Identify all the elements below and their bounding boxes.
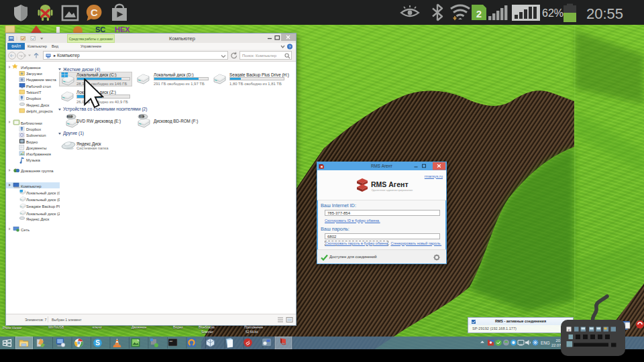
svg-text:delphi_projects: delphi_projects (26, 109, 53, 113)
svg-text:Избранное: Избранное (21, 66, 42, 70)
svg-text:Документы: Документы (26, 146, 46, 150)
svg-text:BD: BD (140, 115, 143, 118)
svg-text:Рабочий стол: Рабочий стол (26, 84, 52, 88)
svg-text:Компьютер: Компьютер (21, 184, 42, 188)
svg-text:Яндекс.Диск: Яндекс.Диск (26, 217, 50, 221)
svg-text:S: S (95, 339, 100, 347)
svg-text:C: C (91, 7, 98, 18)
svg-text:Видео: Видео (26, 140, 38, 144)
svg-text:Яндекс.Диск: Яндекс.Диск (26, 103, 50, 107)
svg-text:Домашняя группа: Домашняя группа (21, 169, 54, 173)
svg-text:Загрузки: Загрузки (26, 72, 42, 76)
svg-text:Локальный диск (D: Локальный диск (D (26, 198, 60, 202)
svg-text:Dropbox: Dropbox (26, 127, 41, 131)
svg-text:DVD: DVD (68, 115, 72, 118)
svg-text:Dropbox: Dropbox (26, 97, 41, 101)
svg-text:Недавние места: Недавние места (26, 78, 57, 82)
svg-text:20:55: 20:55 (586, 5, 623, 22)
svg-text:SC: SC (95, 25, 105, 33)
svg-text:Локальный диск (C: Локальный диск (C (26, 191, 60, 195)
svg-text:62%: 62% (542, 7, 564, 19)
svg-text:Изображения: Изображения (26, 152, 51, 156)
svg-text:TektonIT: TektonIT (26, 90, 42, 95)
svg-text:Библиотеки: Библиотеки (21, 121, 42, 125)
svg-text:2: 2 (476, 8, 482, 19)
svg-text:AW: AW (170, 340, 173, 343)
svg-text:ENG: ENG (541, 341, 550, 345)
svg-text:Музыка: Музыка (26, 158, 41, 162)
svg-text:Сеть: Сеть (21, 228, 30, 232)
svg-text:Subversion: Subversion (26, 133, 46, 137)
svg-text:HEX: HEX (115, 25, 130, 33)
svg-text:Seagate Backup Plu: Seagate Backup Plu (26, 204, 60, 208)
svg-text:Локальный диск (Z: Локальный диск (Z (26, 212, 60, 216)
